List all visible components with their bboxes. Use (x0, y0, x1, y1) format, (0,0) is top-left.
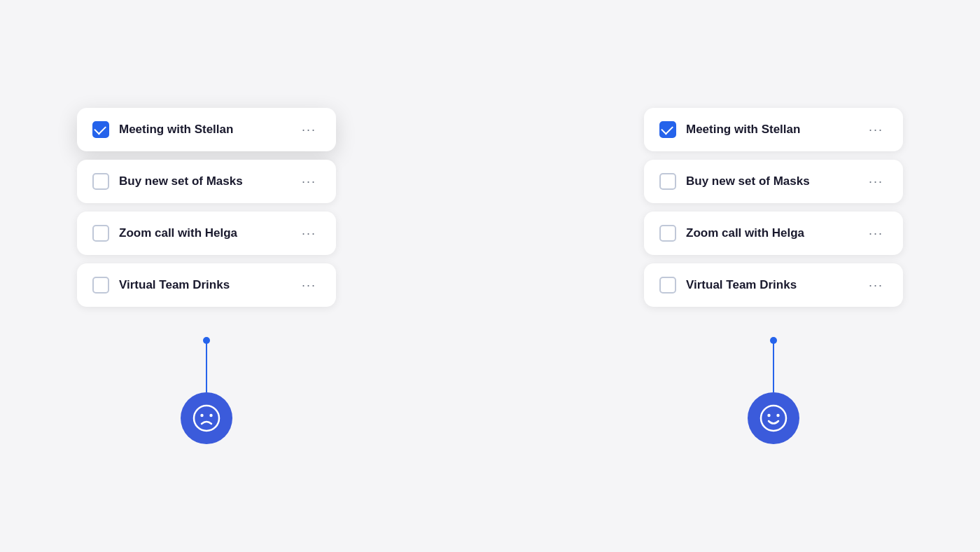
task-card: Zoom call with Helga ··· (77, 212, 336, 255)
task-card: Buy new set of Masks ··· (644, 160, 903, 203)
svg-point-0 (194, 406, 219, 431)
task-label-3: Zoom call with Helga (119, 226, 288, 240)
task-card: Meeting with Stellan ··· (77, 108, 336, 151)
right-emoji-section (644, 336, 903, 444)
more-menu-button-7[interactable]: ··· (864, 224, 888, 242)
svg-point-2 (209, 414, 212, 417)
left-emoji-section (77, 336, 336, 444)
sad-face-icon (181, 392, 232, 444)
more-menu-button-3[interactable]: ··· (298, 224, 321, 242)
more-menu-button-4[interactable]: ··· (298, 276, 321, 294)
task-label-6: Buy new set of Masks (686, 174, 855, 188)
happy-face-icon (748, 392, 799, 444)
task-label-8: Virtual Team Drinks (686, 278, 855, 292)
emoji-dot-right (770, 337, 777, 344)
more-menu-button-5[interactable]: ··· (864, 120, 888, 139)
emoji-dot-left (203, 337, 210, 344)
right-column: Meeting with Stellan ··· Buy new set of … (644, 108, 903, 444)
svg-point-4 (767, 414, 770, 417)
emoji-line-left (206, 343, 207, 392)
more-menu-button-2[interactable]: ··· (298, 172, 321, 191)
task-label-5: Meeting with Stellan (686, 123, 855, 137)
more-menu-button-6[interactable]: ··· (864, 172, 888, 191)
task-label-7: Zoom call with Helga (686, 226, 855, 240)
emoji-line-right (773, 343, 774, 392)
task-checkbox-3[interactable] (92, 225, 109, 242)
task-card: Buy new set of Masks ··· (77, 160, 336, 203)
task-checkbox-6[interactable] (659, 173, 676, 190)
task-checkbox-1[interactable] (92, 121, 109, 138)
svg-point-5 (776, 414, 779, 417)
task-label-1: Meeting with Stellan (119, 123, 288, 137)
task-label-4: Virtual Team Drinks (119, 278, 288, 292)
task-checkbox-8[interactable] (659, 277, 676, 294)
task-checkbox-2[interactable] (92, 173, 109, 190)
task-label-2: Buy new set of Masks (119, 174, 288, 188)
task-checkbox-7[interactable] (659, 225, 676, 242)
task-card: Virtual Team Drinks ··· (644, 263, 903, 307)
task-card: Meeting with Stellan ··· (644, 108, 903, 151)
more-menu-button-1[interactable]: ··· (298, 120, 321, 139)
svg-point-3 (761, 406, 786, 431)
more-menu-button-8[interactable]: ··· (864, 276, 888, 294)
left-column: Meeting with Stellan ··· Buy new set of … (77, 108, 336, 444)
svg-point-1 (200, 414, 203, 417)
task-checkbox-5[interactable] (659, 121, 676, 138)
task-card: Zoom call with Helga ··· (644, 212, 903, 255)
main-container: Meeting with Stellan ··· Buy new set of … (77, 108, 903, 444)
task-card: Virtual Team Drinks ··· (77, 263, 336, 307)
task-checkbox-4[interactable] (92, 277, 109, 294)
